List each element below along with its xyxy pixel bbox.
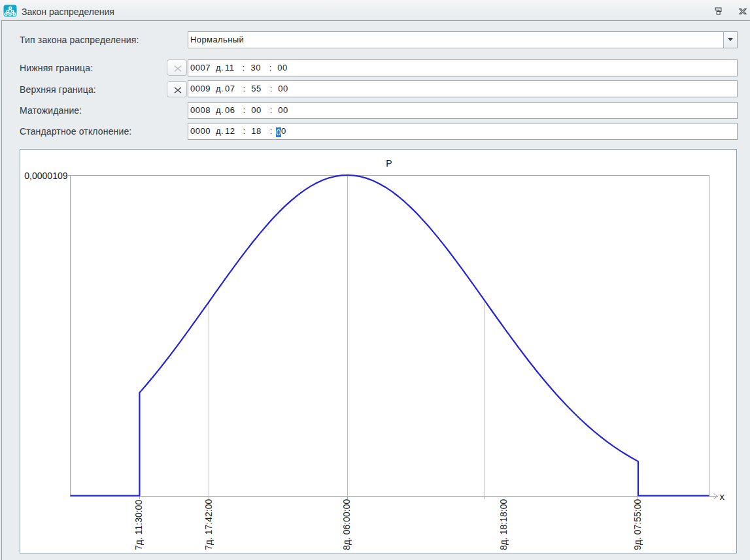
svg-text:8д. 06:00:00: 8д. 06:00:00 <box>341 499 352 550</box>
svg-text:7д. 11:30:00: 7д. 11:30:00 <box>133 500 144 550</box>
svg-text:P: P <box>386 158 392 169</box>
svg-text:x: x <box>720 491 725 502</box>
svg-text:0,0000109: 0,0000109 <box>24 171 67 181</box>
svg-text:7д. 17:42:00: 7д. 17:42:00 <box>203 499 214 550</box>
svg-text:9д. 07:55:00: 9д. 07:55:00 <box>632 499 643 550</box>
svg-text:8д. 18:18:00: 8д. 18:18:00 <box>498 499 509 550</box>
